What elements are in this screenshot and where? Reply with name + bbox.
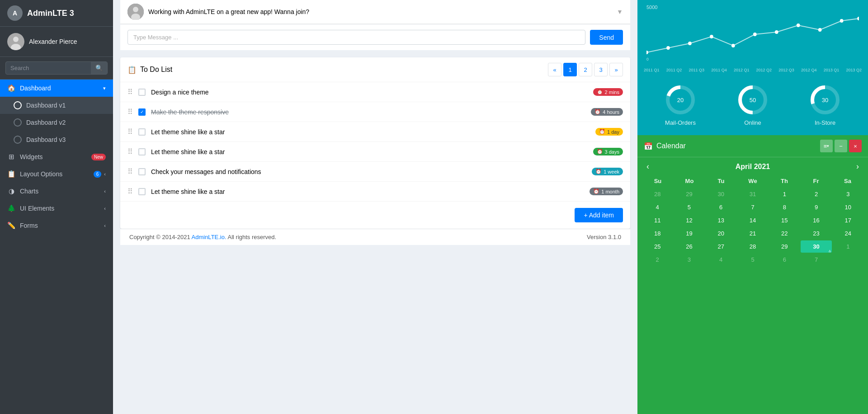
todo-checkbox[interactable] bbox=[138, 89, 146, 96]
calendar-day[interactable]: 1 bbox=[769, 188, 800, 200]
todo-item-text: Let theme shine like a star bbox=[151, 128, 590, 136]
sidebar-item-ui-elements[interactable]: 🌲 UI Elements ‹ bbox=[0, 200, 113, 217]
pagination-next[interactable]: » bbox=[609, 63, 623, 76]
chevron-down-icon: ▾ bbox=[103, 85, 106, 91]
calendar-prev-button[interactable]: ‹ bbox=[646, 162, 649, 171]
calendar-day[interactable]: 16 bbox=[801, 214, 831, 226]
clock-icon: ⏰ bbox=[597, 149, 603, 155]
calendar-day[interactable]: 24 bbox=[833, 227, 863, 240]
drag-handle-icon[interactable]: ⠿ bbox=[127, 88, 133, 96]
pagination-prev[interactable]: « bbox=[548, 63, 561, 76]
add-item-button[interactable]: + Add item bbox=[575, 208, 623, 222]
todo-checkbox[interactable] bbox=[138, 168, 146, 175]
message-input-area: Send bbox=[120, 24, 630, 50]
calendar-day[interactable]: 7 bbox=[737, 201, 768, 213]
message-input[interactable] bbox=[127, 30, 585, 45]
calendar-day[interactable]: 5 bbox=[737, 254, 768, 266]
search-input[interactable] bbox=[6, 62, 91, 74]
calendar-day[interactable]: 30 bbox=[706, 188, 736, 200]
calendar-close-button[interactable]: × bbox=[849, 140, 862, 152]
tree-icon: 🌲 bbox=[7, 204, 15, 212]
calendar-day[interactable]: 14 bbox=[737, 214, 768, 226]
calendar-day[interactable]: 28 bbox=[642, 188, 673, 200]
calendar-grid: Su Mo Tu We Th Fr Sa 2829303112345678910… bbox=[637, 176, 868, 270]
calendar-day[interactable]: 17 bbox=[833, 214, 863, 226]
calendar-day[interactable]: 10 bbox=[833, 201, 863, 213]
search-button[interactable]: 🔍 bbox=[91, 62, 108, 74]
calendar-day[interactable]: 26 bbox=[674, 240, 704, 253]
pagination-page-2[interactable]: 2 bbox=[579, 63, 592, 76]
svg-text:0: 0 bbox=[646, 57, 649, 61]
calendar-day[interactable]: 29 bbox=[674, 188, 704, 200]
sidebar-item-label: UI Elements bbox=[20, 205, 101, 212]
calendar-day[interactable]: 11 bbox=[642, 214, 673, 226]
calendar-day[interactable]: 12 bbox=[674, 214, 704, 226]
calendar-day[interactable]: 28 bbox=[737, 240, 768, 253]
calendar-day[interactable]: 8 bbox=[769, 201, 800, 213]
todo-checkbox[interactable] bbox=[138, 148, 146, 155]
calendar-day[interactable]: 4 bbox=[642, 201, 673, 213]
sidebar-user: Alexander Pierce bbox=[0, 27, 113, 57]
calendar-day[interactable]: 6 bbox=[706, 201, 736, 213]
sidebar-item-dashboard-v1[interactable]: Dashboard v1 bbox=[0, 97, 113, 114]
drag-handle-icon[interactable]: ⠿ bbox=[127, 187, 133, 196]
calendar-day[interactable]: 18 bbox=[642, 227, 673, 240]
sidebar-item-forms[interactable]: ✏️ Forms ‹ bbox=[0, 217, 113, 234]
calendar-day[interactable]: 5 bbox=[674, 201, 704, 213]
calendar-day[interactable]: 13 bbox=[706, 214, 736, 226]
calendar-day[interactable]: 2 bbox=[801, 188, 831, 200]
calendar-day[interactable]: 2 bbox=[642, 254, 673, 266]
calendar-day[interactable]: 31 bbox=[737, 188, 768, 200]
calendar-day[interactable]: 19 bbox=[674, 227, 704, 240]
todo-item-text: Design a nice theme bbox=[151, 89, 588, 96]
pagination-page-3[interactable]: 3 bbox=[594, 63, 608, 76]
sidebar-item-dashboard-v3[interactable]: Dashboard v3 bbox=[0, 131, 113, 148]
calendar-day[interactable]: 23 bbox=[801, 227, 831, 240]
todo-pagination: « 1 2 3 » bbox=[548, 63, 623, 76]
calendar-day[interactable]: 29 bbox=[769, 240, 800, 253]
calendar-day[interactable]: 15 bbox=[769, 214, 800, 226]
calendar-day[interactable]: 20 bbox=[706, 227, 736, 240]
todo-checkbox[interactable]: ✓ bbox=[138, 108, 146, 116]
todo-item-text: Make the theme responsive bbox=[151, 108, 585, 116]
day-header-th: Th bbox=[769, 176, 800, 186]
chevron-right-icon: ‹ bbox=[104, 171, 106, 177]
donut-value: 50 bbox=[750, 97, 756, 104]
calendar-day[interactable]: 27 bbox=[706, 240, 736, 253]
todo-checkbox[interactable] bbox=[138, 128, 146, 136]
calendar-day[interactable]: 22 bbox=[769, 227, 800, 240]
calendar-day[interactable]: 3 bbox=[833, 188, 863, 200]
calendar-day[interactable]: 25 bbox=[642, 240, 673, 253]
search-container: 🔍 bbox=[0, 57, 113, 80]
drag-handle-icon[interactable]: ⠿ bbox=[127, 108, 133, 116]
drag-handle-icon[interactable]: ⠿ bbox=[127, 167, 133, 176]
sidebar-item-charts[interactable]: ◑ Charts ‹ bbox=[0, 183, 113, 200]
calendar-minimize-button[interactable]: − bbox=[835, 140, 847, 152]
drag-handle-icon[interactable]: ⠿ bbox=[127, 127, 133, 136]
footer-link[interactable]: AdminLTE.io. bbox=[192, 234, 226, 240]
pagination-page-1[interactable]: 1 bbox=[563, 63, 577, 76]
calendar-day[interactable]: 9 bbox=[801, 201, 831, 213]
calendar-day[interactable]: 4 bbox=[706, 254, 736, 266]
stat-label: Online bbox=[744, 119, 761, 126]
calendar-day[interactable]: 6 bbox=[769, 254, 800, 266]
dashboard-icon: 🏠 bbox=[7, 84, 15, 92]
sidebar-item-dashboard[interactable]: 🏠 Dashboard ▾ bbox=[0, 80, 113, 97]
drag-handle-icon[interactable]: ⠿ bbox=[127, 147, 133, 156]
calendar-day[interactable]: 3 bbox=[674, 254, 704, 266]
x-label: 2011 Q2 bbox=[666, 68, 682, 72]
charts-icon: ◑ bbox=[7, 187, 15, 195]
sidebar-item-layout-options[interactable]: 📋 Layout Options 6 ‹ bbox=[0, 165, 113, 183]
calendar-day[interactable]: 30 bbox=[801, 240, 831, 253]
calendar-day[interactable]: 1 bbox=[833, 240, 863, 253]
send-button[interactable]: Send bbox=[590, 30, 623, 45]
sidebar-item-dashboard-v2[interactable]: Dashboard v2 bbox=[0, 114, 113, 131]
calendar-next-button[interactable]: › bbox=[856, 162, 859, 171]
sidebar-item-widgets[interactable]: ⊞ Widgets New bbox=[0, 148, 113, 165]
calendar-menu-button[interactable]: ≡ ▾ bbox=[820, 140, 833, 152]
calendar-day[interactable]: 7 bbox=[801, 254, 831, 266]
calendar-icon: 📅 bbox=[644, 142, 653, 151]
calendar-day[interactable]: 21 bbox=[737, 227, 768, 240]
x-label: 2013 Q1 bbox=[824, 68, 840, 72]
todo-checkbox[interactable] bbox=[138, 188, 146, 195]
